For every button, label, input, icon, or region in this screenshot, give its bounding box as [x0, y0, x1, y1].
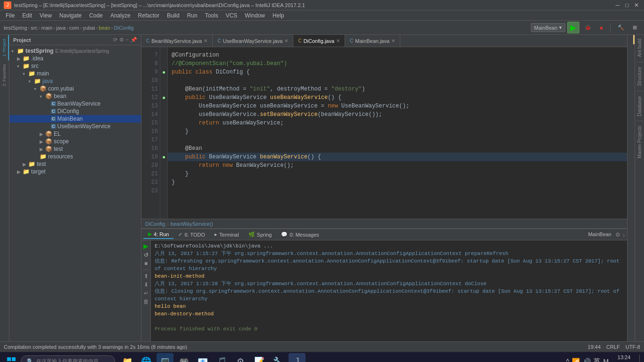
tree-item-test2[interactable]: ▶ 📦 test — [9, 145, 141, 153]
pin-icon[interactable]: 📌 — [131, 37, 137, 43]
tray-icon-lang[interactable]: 英 — [594, 357, 600, 362]
bean-marker-12[interactable]: ● — [162, 94, 165, 101]
tree-item-resources[interactable]: ▶ 📁 resources — [9, 153, 141, 160]
close-tab-usebeanwayservice[interactable]: ✕ — [284, 38, 288, 43]
tab-mainbean[interactable]: C MainBean.java ✕ — [345, 35, 400, 47]
bc-testspring[interactable]: testSpring — [4, 25, 27, 31]
bean-marker-9[interactable]: ● — [162, 69, 165, 75]
cortana-search[interactable]: 🔍 在这里输入你要搜索的内容 — [21, 355, 115, 362]
maximize-button[interactable]: □ — [623, 1, 631, 9]
bc-diconfig-label[interactable]: DiConfig — [145, 221, 165, 227]
menu-item-code[interactable]: Code — [85, 11, 107, 20]
project-panel-toggle[interactable]: 1: Project — [0, 35, 9, 60]
minimize-button[interactable]: ─ — [614, 1, 621, 9]
tray-icon-1[interactable]: ^ — [566, 358, 570, 362]
stop-console-icon[interactable]: ■ — [144, 260, 148, 267]
taskbar-app-4[interactable]: ⚙ — [232, 353, 249, 362]
menu-item-help[interactable]: Help — [269, 11, 288, 20]
scroll-up-icon[interactable]: ⬆ — [144, 273, 149, 280]
tree-item-idea[interactable]: ▶ 📁 .idea — [9, 55, 141, 62]
taskbar-app-1[interactable]: 🎮 — [175, 353, 192, 362]
show-desktop-button[interactable] — [639, 354, 642, 362]
menu-item-edit[interactable]: Edit — [18, 11, 36, 20]
todo-tab[interactable]: ✓ 6: TODO — [173, 230, 210, 239]
tree-item-beanwayservice[interactable]: ▶ C BeanWayService — [9, 100, 141, 107]
run-tab[interactable]: ▶ 4: Run — [143, 230, 173, 239]
tree-item-test[interactable]: ▶ 📁 test — [9, 160, 141, 168]
run-button[interactable]: ▶ — [567, 22, 579, 33]
tree-item-testspring[interactable]: ▾ 📁 testSpring E:\IntellijSpace\testSpri… — [9, 47, 141, 55]
tab-usebeanwayservice[interactable]: C UseBeanWayService.java ✕ — [213, 35, 293, 47]
menu-item-navigate[interactable]: Navigate — [56, 11, 85, 20]
bc-bean[interactable]: bean — [99, 25, 110, 31]
taskbar-app-6[interactable]: 🔧 — [270, 353, 287, 362]
spring-tab[interactable]: 🌿 Spring — [244, 230, 277, 239]
menu-item-file[interactable]: File — [2, 11, 18, 20]
stop-button[interactable]: ■ — [596, 24, 606, 32]
taskbar-app-explorer[interactable]: 📁 — [119, 353, 136, 362]
console-output[interactable]: E:\SoftwareTools\Java\jdk\bin\java ... 八… — [151, 240, 627, 341]
tab-diconfig[interactable]: C DiConfig.java ✕ — [293, 35, 345, 47]
terminal-tab[interactable]: ▸ Terminal — [210, 230, 244, 239]
bean-marker-19[interactable]: ● — [162, 154, 165, 160]
tree-item-diconfig[interactable]: ▶ C DiConfig — [9, 107, 141, 115]
expand-arrow-test2[interactable]: ▶ — [40, 147, 45, 152]
build-button[interactable]: 🔨 — [614, 23, 627, 32]
expand-arrow-target[interactable]: ▶ — [17, 169, 23, 174]
menu-item-run[interactable]: Run — [183, 11, 201, 20]
menu-item-build[interactable]: Build — [163, 11, 183, 20]
expand-arrow-scope[interactable]: ▶ — [40, 139, 45, 144]
layout-button[interactable]: ⊞ — [629, 23, 640, 32]
bc-main[interactable]: main — [41, 25, 53, 31]
tree-item-mainbean[interactable]: ▶ C MainBean — [9, 115, 141, 123]
taskbar-app-5[interactable]: 📝 — [251, 353, 268, 362]
close-button[interactable]: ✕ — [633, 1, 640, 9]
taskbar-app-cmd[interactable]: 💻 — [157, 353, 173, 362]
clock[interactable]: 13:24 2017/8/13 — [612, 354, 636, 362]
expand-arrow-comyubai[interactable]: ▾ — [34, 86, 40, 91]
bc-yubai[interactable]: yubai — [83, 25, 95, 31]
tree-item-main[interactable]: ▾ 📁 main — [9, 70, 141, 77]
taskbar-app-3[interactable]: 🎵 — [213, 353, 230, 362]
database-label[interactable]: Database — [636, 92, 643, 120]
expand-arrow-bean[interactable]: ▾ — [40, 94, 45, 99]
menu-item-vcs[interactable]: VCS — [222, 11, 241, 20]
bc-com[interactable]: com — [69, 25, 79, 31]
bc-method-label[interactable]: beanWayService() — [171, 221, 213, 227]
tree-item-java[interactable]: ▾ 📁 java — [9, 77, 141, 85]
config-dropdown-icon[interactable]: ▾ — [559, 25, 562, 31]
structure-label[interactable]: Structure — [636, 63, 643, 90]
tray-icon-network[interactable]: 📶 — [572, 358, 580, 362]
close-tab-mainbean[interactable]: ✕ — [391, 38, 395, 43]
menu-item-view[interactable]: View — [36, 11, 56, 20]
rerun-icon[interactable]: ↺ — [144, 252, 149, 258]
favorites-panel-toggle[interactable]: 2: Favorites — [0, 60, 9, 90]
taskbar-app-edge[interactable]: 🌐 — [138, 353, 155, 362]
expand-arrow-main[interactable]: ▾ — [23, 71, 28, 76]
expand-arrow-java[interactable]: ▾ — [28, 79, 34, 84]
tree-item-usebeanwayservice[interactable]: ▶ C UseBeanWayService — [9, 123, 141, 130]
code-content[interactable]: @Configuration //@ComponentScan("com.yub… — [168, 47, 627, 219]
bc-diconfig[interactable]: DiConfig — [114, 25, 134, 31]
collapse-icon[interactable]: − — [126, 37, 129, 43]
messages-tab[interactable]: 💬 0: Messages — [276, 230, 323, 239]
tree-item-el[interactable]: ▶ 📦 EL — [9, 130, 141, 138]
tray-icon-input[interactable]: M — [603, 358, 609, 362]
maven-label[interactable]: Maven Projects — [636, 122, 643, 162]
sync-icon[interactable]: ⟳ — [113, 37, 117, 43]
tab-beanwayservice[interactable]: C BeanWayService.java ✕ — [141, 35, 213, 47]
bc-src[interactable]: src — [31, 25, 38, 31]
tray-icon-volume[interactable]: 🔊 — [583, 358, 591, 362]
expand-arrow-idea[interactable]: ▶ — [17, 56, 23, 61]
close-tab-diconfig[interactable]: ✕ — [336, 38, 340, 43]
tree-item-src[interactable]: ▾ 📁 src — [9, 62, 141, 70]
tree-item-target[interactable]: ▶ 📁 target — [9, 168, 141, 175]
close-tab-beanwayservice[interactable]: ✕ — [204, 38, 207, 43]
scroll-down-icon[interactable]: ⬇ — [144, 281, 149, 288]
tree-item-bean[interactable]: ▾ 📦 bean — [9, 92, 141, 100]
status-charset[interactable]: UTF-8 — [626, 344, 640, 350]
clear-icon[interactable]: 🗑 — [143, 298, 149, 305]
run-again-icon[interactable]: ▶ — [143, 242, 149, 250]
tree-item-scope[interactable]: ▶ 📦 scope — [9, 138, 141, 145]
settings-icon[interactable]: ⚙ — [119, 37, 124, 43]
